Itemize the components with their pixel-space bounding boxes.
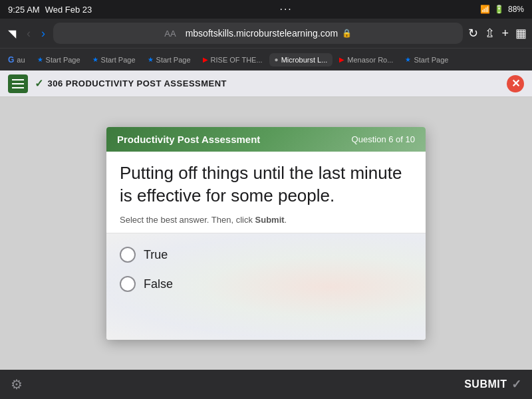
tabs-button[interactable]: ▦ (515, 26, 527, 41)
google-favicon: G (8, 55, 14, 65)
reload-button[interactable]: ↻ (468, 26, 478, 41)
url-text: mbsoftskills.microburstelearning.com (186, 28, 338, 39)
tab-label: Menasor Ro... (347, 56, 393, 64)
menu-bar (12, 87, 24, 88)
bookmark-favicon: ★ (92, 56, 98, 63)
toolbar-title: ✓ 306 PRODUCTIVITY POST ASSESSMENT (35, 77, 227, 90)
menu-button[interactable] (8, 74, 28, 93)
dots: ··· (279, 3, 292, 15)
close-button[interactable]: ✕ (507, 75, 524, 92)
browser-chrome: ◥ ‹ › AA mbsoftskills.microburstelearnin… (0, 19, 532, 48)
youtube-favicon: ▶ (203, 56, 208, 63)
tabs-bar: G au ★ Start Page ★ Start Page ★ Start P… (0, 48, 532, 70)
bottom-bar: ⚙ SUBMIT ✓ (0, 370, 532, 399)
quiz-instruction: Select the best answer. Then, click Subm… (120, 215, 412, 225)
quiz-header: Productivity Post Assessment Question 6 … (106, 127, 426, 152)
radio-true[interactable] (120, 247, 136, 263)
answer-label-true: True (144, 248, 168, 262)
sidebar-button[interactable]: ◥ (5, 26, 19, 41)
tab-label: Start Page (46, 56, 80, 64)
browser-actions: ↻ ⇫ + ▦ (468, 26, 527, 41)
day: Wed Feb 23 (45, 5, 92, 15)
submit-word: Submit (255, 215, 285, 225)
tab-rise[interactable]: ▶ RISE OF THE... (198, 53, 268, 66)
question-number: Question 6 of 10 (352, 134, 415, 144)
ssl-lock-icon: 🔒 (342, 29, 352, 38)
tab-label: au (17, 56, 25, 64)
submit-button[interactable]: SUBMIT ✓ (464, 377, 521, 392)
menu-bar (12, 83, 24, 84)
tab-start3[interactable]: ★ Start Page (142, 53, 196, 66)
status-left: 9:25 AM Wed Feb 23 (8, 5, 92, 15)
quiz-title: Productivity Post Assessment (117, 134, 260, 145)
tab-label: Microburst L... (281, 56, 328, 64)
battery-icon: 🔋 (494, 5, 504, 14)
tab-start2[interactable]: ★ Start Page (87, 53, 141, 66)
bookmark-favicon: ★ (405, 56, 411, 63)
bookmark-favicon: ★ (148, 56, 154, 63)
toolbar: ✓ 306 PRODUCTIVITY POST ASSESSMENT ✕ (0, 70, 532, 97)
quiz-card: Productivity Post Assessment Question 6 … (106, 127, 426, 340)
menu-bar (12, 79, 24, 80)
check-icon: ✓ (35, 77, 44, 90)
status-bar: 9:25 AM Wed Feb 23 ··· 📶 🔋 88% (0, 0, 532, 19)
new-tab-button[interactable]: + (501, 27, 509, 41)
tab-g[interactable]: G au (3, 53, 31, 67)
answer-option-false[interactable]: False (120, 276, 412, 292)
tab-label: Start Page (101, 56, 136, 64)
main-content: Productivity Post Assessment Question 6 … (0, 97, 532, 370)
quiz-question-area: Putting off things until the last minute… (106, 152, 426, 234)
battery-level: 88% (508, 5, 524, 14)
share-button[interactable]: ⇫ (485, 26, 495, 41)
question-text: Putting off things until the last minute… (120, 162, 412, 207)
submit-checkmark-icon: ✓ (511, 377, 522, 392)
bookmark-favicon: ★ (37, 56, 43, 63)
assessment-title: 306 PRODUCTIVITY POST ASSESSMENT (48, 78, 227, 88)
answer-option-true[interactable]: True (120, 247, 412, 263)
back-button[interactable]: ‹ (24, 26, 33, 41)
radio-false[interactable] (120, 276, 136, 292)
forward-button[interactable]: › (39, 26, 48, 41)
tab-label: Start Page (414, 56, 448, 64)
submit-label: SUBMIT (464, 378, 507, 390)
instruction-end: . (285, 215, 287, 225)
answer-label-false: False (144, 277, 173, 291)
wifi-icon: 📶 (480, 5, 490, 14)
settings-button[interactable]: ⚙ (11, 376, 23, 392)
address-bar[interactable]: AA mbsoftskills.microburstelearning.com … (53, 23, 463, 44)
mb-favicon: ● (275, 56, 279, 63)
tab-menasor[interactable]: ▶ Menasor Ro... (334, 53, 398, 66)
tab-start1[interactable]: ★ Start Page (32, 53, 86, 66)
tab-label: Start Page (156, 56, 191, 64)
instruction-text: Select the best answer. Then, click (120, 215, 253, 225)
time: 9:25 AM (8, 5, 40, 15)
text-size-control[interactable]: AA (164, 29, 176, 39)
status-right: 📶 🔋 88% (480, 5, 524, 14)
tab-label: RISE OF THE... (211, 56, 263, 64)
youtube-favicon: ▶ (339, 56, 344, 63)
tab-start4[interactable]: ★ Start Page (400, 53, 454, 66)
tab-microburst[interactable]: ● Microburst L... (269, 53, 333, 66)
quiz-answers: True False (106, 233, 426, 340)
